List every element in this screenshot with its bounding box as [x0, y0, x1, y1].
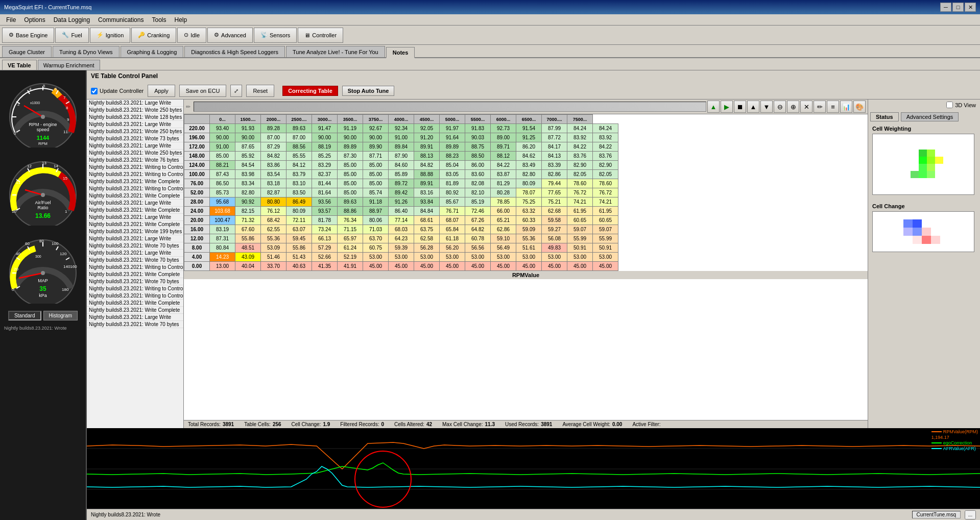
table-cell[interactable]: 82.86: [542, 170, 567, 179]
menu-communications[interactable]: Communications: [94, 15, 148, 24]
table-cell[interactable]: 45.00: [593, 262, 618, 271]
table-cell[interactable]: 85.00: [210, 152, 235, 161]
save-on-ecu-button[interactable]: Save on ECU: [179, 85, 227, 97]
table-cell[interactable]: 82.37: [312, 170, 338, 179]
table-cell[interactable]: 53.00: [440, 253, 465, 262]
table-cell[interactable]: 33.70: [261, 262, 286, 271]
table-cell[interactable]: 62.58: [414, 234, 440, 243]
expand-button[interactable]: ⤢: [230, 85, 242, 97]
table-cell[interactable]: 61.24: [338, 243, 363, 253]
3d-view-checkbox[interactable]: [946, 102, 953, 108]
table-cell[interactable]: 85.25: [312, 152, 338, 161]
table-cell[interactable]: 81.44: [312, 179, 338, 188]
table-cell[interactable]: 88.50: [465, 152, 491, 161]
table-cell[interactable]: 60.65: [567, 216, 593, 225]
table-cell[interactable]: 60.78: [465, 234, 491, 243]
table-cell[interactable]: 61.95: [567, 207, 593, 216]
table-cell[interactable]: 76.72: [567, 188, 593, 197]
table-cell[interactable]: 71.32: [235, 216, 261, 225]
table-cell[interactable]: 51.43: [286, 253, 312, 262]
menu-tools[interactable]: Tools: [148, 15, 170, 24]
table-icon-minus[interactable]: ⊖: [774, 101, 786, 113]
table-cell[interactable]: 80.80: [261, 197, 286, 207]
table-cell[interactable]: 87.29: [261, 142, 286, 152]
table-cell[interactable]: 84.24: [593, 124, 618, 133]
maximize-button[interactable]: □: [952, 3, 964, 12]
table-cell[interactable]: 59.27: [542, 225, 567, 234]
table-cell[interactable]: 84.22: [491, 161, 516, 170]
table-cell[interactable]: 59.07: [593, 225, 618, 234]
table-cell[interactable]: 93.57: [312, 207, 338, 216]
table-cell[interactable]: 45.00: [363, 262, 389, 271]
toolbar-fuel[interactable]: 🔧 Fuel: [55, 28, 88, 43]
table-cell[interactable]: 56.49: [491, 243, 516, 253]
table-cell[interactable]: 92.05: [414, 124, 440, 133]
table-cell[interactable]: 50.91: [593, 243, 618, 253]
table-cell[interactable]: 60.65: [593, 216, 618, 225]
table-cell[interactable]: 80.09: [286, 207, 312, 216]
table-cell[interactable]: 13.00: [210, 262, 235, 271]
table-cell[interactable]: 67.26: [465, 216, 491, 225]
table-cell[interactable]: 89.63: [286, 124, 312, 133]
table-cell[interactable]: 89.90: [363, 142, 389, 152]
table-cell[interactable]: 83.05: [440, 170, 465, 179]
table-cell[interactable]: 63.75: [414, 225, 440, 234]
table-cell[interactable]: 65.97: [338, 234, 363, 243]
table-cell[interactable]: 59.09: [516, 225, 542, 234]
table-cell[interactable]: 55.86: [235, 234, 261, 243]
table-cell[interactable]: 62.86: [491, 225, 516, 234]
table-cell[interactable]: 82.80: [516, 170, 542, 179]
table-cell[interactable]: 85.89: [389, 170, 414, 179]
table-cell[interactable]: 45.00: [516, 262, 542, 271]
table-cell[interactable]: 91.93: [235, 124, 261, 133]
reset-button[interactable]: Reset: [246, 85, 274, 97]
table-cell[interactable]: 85.73: [210, 188, 235, 197]
table-cell[interactable]: 52.66: [312, 253, 338, 262]
table-cell[interactable]: 89.89: [338, 142, 363, 152]
table-cell[interactable]: 78.60: [567, 179, 593, 188]
table-cell[interactable]: 89.91: [414, 179, 440, 188]
table-cell[interactable]: 89.71: [491, 142, 516, 152]
table-cell[interactable]: 62.68: [542, 207, 567, 216]
table-cell[interactable]: 83.29: [312, 161, 338, 170]
histogram-button[interactable]: Histogram: [43, 311, 78, 320]
table-cell[interactable]: 60.75: [363, 243, 389, 253]
table-icon-plus[interactable]: ⊕: [787, 101, 799, 113]
table-cell[interactable]: 83.76: [567, 152, 593, 161]
table-cell[interactable]: 55.86: [286, 243, 312, 253]
table-cell[interactable]: 45.00: [465, 262, 491, 271]
table-cell[interactable]: 83.92: [567, 133, 593, 142]
right-tab-status[interactable]: Status: [870, 112, 899, 121]
table-cell[interactable]: 91.97: [440, 124, 465, 133]
table-cell[interactable]: 85.04: [440, 161, 465, 170]
table-cell[interactable]: 88.12: [491, 152, 516, 161]
data-table-scroll[interactable]: 0...1500....2000...2500....3000...3500..…: [184, 114, 868, 420]
table-cell[interactable]: 82.87: [261, 188, 286, 197]
table-cell[interactable]: 86.50: [210, 179, 235, 188]
table-cell[interactable]: 74.21: [593, 197, 618, 207]
table-cell[interactable]: 45.00: [414, 262, 440, 271]
tab-gauge-cluster[interactable]: Gauge Cluster: [2, 46, 52, 57]
table-cell[interactable]: 85.19: [465, 197, 491, 207]
table-cell[interactable]: 84.22: [593, 142, 618, 152]
stop-auto-tune-button[interactable]: Stop Auto Tune: [342, 86, 395, 96]
table-cell[interactable]: 87.00: [261, 133, 286, 142]
table-cell[interactable]: 88.88: [414, 170, 440, 179]
correcting-table-button[interactable]: Correcting Table: [282, 86, 338, 96]
table-cell[interactable]: 66.00: [491, 207, 516, 216]
table-cell[interactable]: 87.43: [210, 170, 235, 179]
table-cell[interactable]: 80.09: [516, 179, 542, 188]
table-cell[interactable]: 81.29: [491, 179, 516, 188]
table-cell[interactable]: 53.00: [363, 253, 389, 262]
table-cell[interactable]: 55.36: [516, 234, 542, 243]
table-cell[interactable]: 59.07: [567, 225, 593, 234]
table-cell[interactable]: 84.82: [261, 152, 286, 161]
table-cell[interactable]: 85.00: [338, 161, 363, 170]
table-cell[interactable]: 59.10: [491, 234, 516, 243]
toolbar-base-engine[interactable]: ⚙ Base Engine: [2, 28, 54, 43]
table-cell[interactable]: 83.79: [286, 170, 312, 179]
table-cell[interactable]: 59.39: [389, 243, 414, 253]
3d-view-label[interactable]: 3D View: [946, 102, 976, 108]
table-cell[interactable]: 76.71: [440, 207, 465, 216]
table-cell[interactable]: 89.89: [440, 142, 465, 152]
